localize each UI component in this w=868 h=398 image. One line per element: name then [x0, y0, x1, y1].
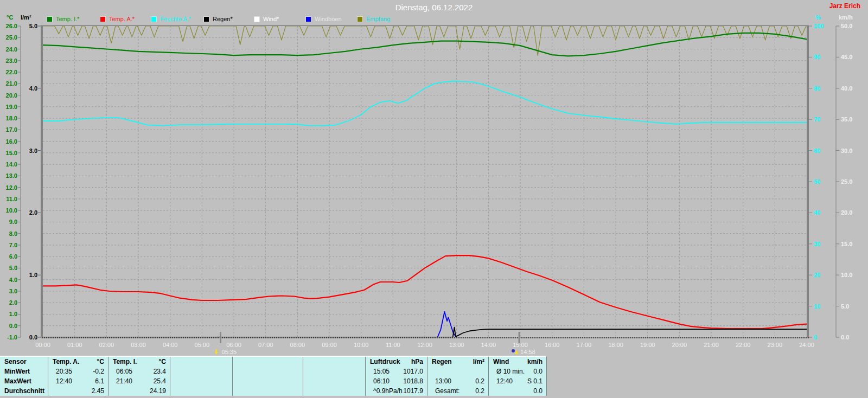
- table-column-luftdruck: LuftdruckhPa15:051017.006:101018.8^0.9hP…: [365, 357, 427, 396]
- axis-tick-label: 14:00: [481, 342, 496, 348]
- table-column-wind: Windkm/hØ 10 min.0.012:40S 0.10.0: [488, 357, 546, 396]
- cell-time-text: [489, 386, 496, 396]
- cell-time-text: ^0.9hPa/h: [366, 386, 403, 396]
- axis-tick-label: 4.0: [29, 85, 37, 92]
- axis-tick-label: 40.0: [841, 85, 852, 92]
- axis-tick-label: 19.0: [6, 104, 17, 110]
- axis-tick-label: 18.0: [6, 115, 17, 121]
- column-header-text: Temp. A.: [48, 357, 79, 367]
- axis-tick-label: 30: [814, 241, 820, 247]
- axis-tick-label: 26.0: [6, 23, 17, 29]
- table-column-header: LuftdruckhPa: [366, 357, 427, 367]
- table-value-cell: [170, 376, 232, 386]
- cell-value-text: 0.2: [475, 386, 488, 396]
- table-row-label: MinWert: [0, 367, 48, 376]
- axis-tick-label: 22:00: [736, 342, 751, 348]
- cell-time-text: [170, 386, 178, 396]
- table-value-cell: [303, 386, 365, 396]
- table-row-label: Sensor: [0, 357, 48, 367]
- cell-time-text: [303, 367, 311, 376]
- table-row-label-text: MaxWert: [0, 376, 31, 386]
- axis-tick-label: 5.0: [9, 265, 17, 271]
- table-value-cell: [170, 367, 232, 376]
- column-unit-text: km/h: [527, 357, 546, 367]
- series-feuchte: [43, 81, 807, 126]
- axis-tick-label: 4.0: [9, 277, 17, 283]
- cell-time-text: Gesamt:: [427, 386, 459, 396]
- marker-tick: [220, 332, 221, 343]
- cell-value-text: 1017.9: [403, 386, 427, 396]
- axis-tick-label: 50.0: [841, 23, 852, 29]
- cell-time-text: 06:10: [366, 376, 390, 386]
- cell-time-text: 06:05: [108, 367, 132, 376]
- axis-tick-label: 17.0: [6, 126, 17, 133]
- axis-tick-label: 20: [814, 272, 820, 278]
- marker-time-label: 14:58: [520, 349, 535, 355]
- axis-tick-label: 24.0: [6, 46, 17, 53]
- cell-value-text: -0.2: [93, 367, 108, 376]
- column-header-text: [170, 357, 175, 367]
- axis-tick-label: 00:00: [35, 342, 50, 348]
- axis-tick-label: 50: [814, 178, 820, 185]
- cell-value-text: [299, 376, 303, 386]
- axis-tick-label: 13:00: [449, 342, 464, 348]
- table-value-cell: [170, 386, 232, 396]
- table-column-header: [303, 357, 365, 367]
- cell-time-text: [303, 376, 311, 386]
- axis-tick-label: 70: [814, 116, 820, 123]
- cell-time-text: 15:05: [366, 367, 390, 376]
- axis-tick-label: 17:00: [577, 342, 592, 348]
- cell-value-text: 0.0: [533, 386, 546, 396]
- table-value-cell: [233, 367, 303, 376]
- axis-tick-label: 25.0: [841, 178, 852, 185]
- axis-tick-label: 15.0: [6, 150, 17, 156]
- axis-tick-label: 6.0: [9, 253, 17, 260]
- table-value-cell: Gesamt:0.2: [427, 386, 488, 396]
- axis-tick-label: 1.0: [9, 311, 17, 317]
- table-value-cell: 20:35-0.2: [48, 367, 108, 376]
- cell-value-text: 25.4: [154, 376, 170, 386]
- axis-tick-label: 03:00: [131, 342, 146, 348]
- table-column-header: Windkm/h: [489, 357, 546, 367]
- axis-tick-label: 23:00: [768, 342, 783, 348]
- cell-value-text: 2.45: [92, 386, 108, 396]
- cell-value-text: 23.4: [154, 367, 170, 376]
- table-value-cell: 24.19: [108, 386, 170, 396]
- cell-time-text: [427, 367, 435, 376]
- cell-value-text: S 0.1: [527, 376, 546, 386]
- axis-tick-label: 5.0: [29, 23, 37, 29]
- marker-time-label: 05:35: [222, 349, 237, 355]
- cell-value-text: [361, 376, 365, 386]
- cell-time-text: [170, 367, 178, 376]
- axis-tick-label: 20.0: [6, 92, 17, 99]
- table-value-cell: 12:40S 0.1: [489, 376, 546, 386]
- cell-value-text: 0.2: [475, 376, 488, 386]
- table-value-cell: Ø 10 min.0.0: [489, 367, 546, 376]
- cell-time-text: 21:40: [108, 376, 132, 386]
- weather-app-window: Dienstag, 06.12.2022 Jarz Erich °C l/m² …: [0, 0, 868, 398]
- column-unit-text: [299, 357, 303, 367]
- table-column-temp-i-: Temp. I.°C06:0523.421:4025.424.19: [108, 357, 170, 396]
- table-column-header: [233, 357, 303, 367]
- table-row-label: MaxWert: [0, 376, 48, 386]
- table-column-header: Temp. I.°C: [108, 357, 170, 367]
- cell-value-text: [299, 386, 303, 396]
- table-value-cell: 06:101018.8: [366, 376, 427, 386]
- cell-value-text: 24.19: [150, 386, 170, 396]
- axis-tick-label: 16:00: [545, 342, 560, 348]
- table-value-cell: [233, 386, 303, 396]
- cell-time-text: [108, 386, 116, 396]
- table-value-cell: [303, 367, 365, 376]
- axis-tick-label: 40: [814, 209, 820, 216]
- axis-tick-label: 60: [814, 147, 820, 154]
- column-header-text: [233, 357, 237, 367]
- cell-time-text: Ø 10 min.: [489, 367, 525, 376]
- axis-tick-label: 08:00: [290, 342, 305, 348]
- axis-tick-label: 2.0: [29, 209, 37, 216]
- table-value-cell: ^0.9hPa/h1017.9: [366, 386, 427, 396]
- axis-tick-label: 14.0: [6, 161, 17, 168]
- axis-tick-label: 10:00: [354, 342, 369, 348]
- axis-tick-label: 25.0: [6, 34, 17, 41]
- table-value-cell: 21:4025.4: [108, 376, 170, 386]
- plot-border-left: [41, 25, 43, 338]
